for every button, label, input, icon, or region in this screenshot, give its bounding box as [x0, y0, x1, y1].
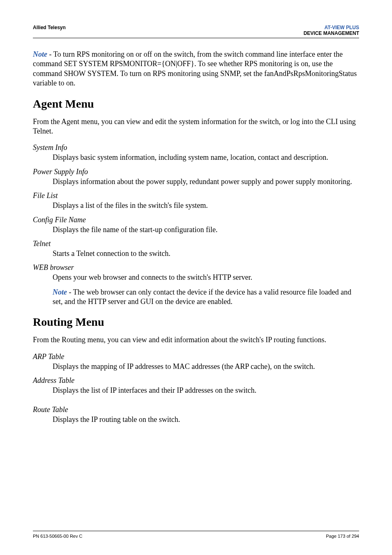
web-browser-note: Note - The web browser can only contact …: [53, 288, 359, 307]
def-telnet: Starts a Telnet connection to the switch…: [53, 249, 359, 258]
header-section: DEVICE MANAGEMENT: [304, 30, 359, 36]
header-right: AT-VIEW PLUS DEVICE MANAGEMENT: [304, 25, 359, 36]
term-telnet: Telnet: [33, 240, 359, 248]
term-file-list: File List: [33, 191, 359, 200]
routing-menu-heading: Routing Menu: [33, 315, 359, 329]
def-address-table: Displays the list of IP interfaces and t…: [53, 386, 359, 395]
footer-right: Page 173 of 294: [326, 534, 359, 539]
term-system-info: System Info: [33, 143, 359, 152]
document-page: Allied Telesyn AT-VIEW PLUS DEVICE MANAG…: [0, 0, 392, 555]
page-header: Allied Telesyn AT-VIEW PLUS DEVICE MANAG…: [33, 25, 359, 38]
def-route-table: Displays the IP routing table on the swi…: [53, 415, 359, 424]
term-config-file-name: Config File Name: [33, 216, 359, 224]
intro-note: Note - To turn RPS monitoring on or off …: [33, 50, 359, 88]
def-system-info: Displays basic system information, inclu…: [53, 153, 359, 162]
note-label: Note: [33, 50, 47, 58]
footer-left: PN 613-50665-00 Rev C: [33, 534, 82, 539]
def-web-browser: Opens your web browser and connects to t…: [53, 273, 359, 282]
header-left: Allied Telesyn: [33, 25, 66, 36]
agent-lead: From the Agent menu, you can view and ed…: [33, 117, 359, 136]
intro-text: - To turn RPS monitoring on or off on th…: [33, 50, 357, 87]
def-power-supply-info: Displays information about the power sup…: [53, 177, 359, 187]
term-power-supply-info: Power Supply Info: [33, 168, 359, 176]
def-config-file-name: Displays the file name of the start-up c…: [53, 225, 359, 235]
routing-lead: From the Routing menu, you can view and …: [33, 335, 359, 345]
term-address-table: Address Table: [33, 376, 359, 385]
def-file-list: Displays a list of the files in the swit…: [53, 201, 359, 210]
term-route-table: Route Table: [33, 405, 359, 414]
term-web-browser: WEB browser: [33, 263, 359, 272]
term-arp-table: ARP Table: [33, 352, 359, 361]
web-browser-note-text: - The web browser can only contact the d…: [53, 288, 351, 306]
def-arp-table: Displays the mapping of IP addresses to …: [53, 362, 359, 371]
agent-menu-heading: Agent Menu: [33, 97, 359, 111]
note-label: Note: [53, 288, 67, 296]
header-product: AT-VIEW PLUS: [325, 25, 359, 30]
page-footer: PN 613-50665-00 Rev C Page 173 of 294: [33, 514, 359, 539]
